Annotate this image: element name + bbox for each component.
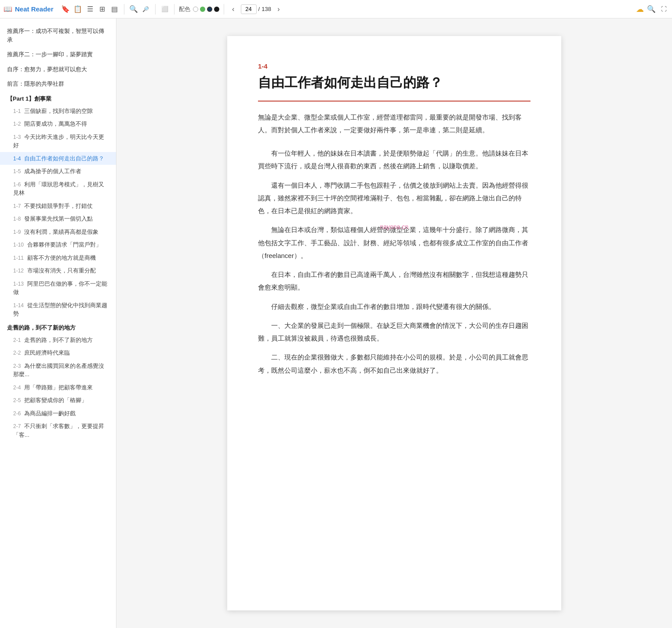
sidebar-num-2-1: 2-1 bbox=[13, 336, 21, 344]
sidebar-num-1-1: 1-1 bbox=[13, 107, 21, 115]
sidebar-num-2-6: 2-6 bbox=[13, 410, 21, 417]
chapter-title: 自由工作者如何走出自己的路？ bbox=[258, 73, 530, 92]
fit-page-icon[interactable]: ⬜ bbox=[160, 4, 170, 14]
sidebar-sub-2-5[interactable]: 2-5 把顧客變成你的「樁腳」 bbox=[0, 394, 116, 407]
sidebar-num-1-4: 1-4 bbox=[13, 155, 21, 163]
color-black[interactable] bbox=[214, 7, 219, 12]
sidebar-item-rec2[interactable]: 推薦序二：一步一腳印，築夢踏實 bbox=[0, 47, 116, 62]
fullscreen-icon[interactable]: ⛶ bbox=[659, 4, 668, 14]
sidebar-sub-1-9[interactable]: 1-9 沒有利潤，業績再高都是假象 bbox=[0, 225, 116, 239]
sidebar-num-1-9: 1-9 bbox=[13, 228, 21, 236]
chapter-tag: 1-4 bbox=[258, 62, 530, 70]
page-input[interactable]: 24 bbox=[241, 4, 257, 14]
sidebar-sub-2-7[interactable]: 2-7 不只衝刺「求客數」，更要提昇「客... bbox=[0, 420, 116, 441]
paragraph-5: 仔細去觀察，微型企業或自由工作者的數目增加，跟時代變遷有很大的關係。 bbox=[258, 300, 530, 313]
sidebar-sub-1-2[interactable]: 1-2 開店要成功，萬萬急不得 bbox=[0, 117, 116, 131]
copy-icon[interactable]: 📋 bbox=[73, 4, 83, 14]
chapter-summary: 無論是大企業、微型企業或個人工作室，經營道理都雷同，最重要的就是開發市場、找到客… bbox=[258, 111, 530, 136]
paragraph-4: 在日本，自由工作者的數目已高達兩千萬人，台灣雖然沒有相關數字，但我想這種趨勢只會… bbox=[258, 268, 530, 294]
page-paper: 1-4 自由工作者如何走出自己的路？ 無論是大企業、微型企業或個人工作室，經營道… bbox=[227, 36, 561, 610]
paragraph-2: 還有一個日本人，專門收購二手包包跟鞋子，估價之後放到網站上去賣。因為他經營得很認… bbox=[258, 179, 530, 218]
sidebar-sub-1-7[interactable]: 1-7 不要找錯競爭對手，打錯仗 bbox=[0, 200, 116, 213]
color-label: 配色 bbox=[179, 5, 190, 13]
sidebar-num-1-7: 1-7 bbox=[13, 202, 21, 210]
sidebar-num-1-13: 1-13 bbox=[13, 280, 24, 288]
sidebar-label-1-14: 從生活型態的變化中找到商業趨勢 bbox=[13, 302, 107, 317]
sidebar-label-1-9: 沒有利潤，業績再高都是假象 bbox=[24, 229, 98, 235]
sep2 bbox=[155, 4, 156, 15]
color-picker bbox=[193, 7, 219, 12]
sidebar-label-2-2: 庶民經濟時代來臨 bbox=[24, 349, 70, 356]
toolbar: 📖 Neat Reader 🔖 📋 ☰ ⊞ ▤ 🔍 🔎 ⬜ 配色 ‹ 24 / … bbox=[0, 0, 672, 18]
sidebar-sub-1-11[interactable]: 1-11 顧客不方便的地方就是商機 bbox=[0, 251, 116, 265]
sidebar-section-part1: 【Part 1】創事業 bbox=[0, 91, 116, 105]
page-content: 有一位年輕人，他的妹妹在日本讀書，於是便順勢做起「代購」的生意。他請妹妹在日本買… bbox=[258, 147, 530, 377]
sidebar-sub-1-14[interactable]: 1-14 從生活型態的變化中找到商業趨勢 bbox=[0, 299, 116, 320]
zoom-in-icon[interactable]: 🔎 bbox=[141, 4, 151, 14]
sidebar-num-2-7: 2-7 bbox=[13, 422, 21, 430]
grid-icon[interactable]: ⊞ bbox=[98, 4, 107, 14]
sidebar-num-1-6: 1-6 bbox=[13, 181, 21, 189]
brand: 📖 Neat Reader bbox=[4, 5, 54, 13]
paragraph-1: 有一位年輕人，他的妹妹在日本讀書，於是便順勢做起「代購」的生意。他請妹妹在日本買… bbox=[258, 147, 530, 173]
sidebar-item-rec1[interactable]: 推薦序一：成功不可複製，智慧可以傳承 bbox=[0, 24, 116, 47]
bookmark-icon[interactable]: 🔖 bbox=[61, 4, 70, 14]
sidebar-num-1-3: 1-3 bbox=[13, 133, 21, 141]
sidebar-label-1-13: 阿里巴巴在做的事，你不一定能做 bbox=[13, 280, 107, 296]
sidebar-sub-2-2[interactable]: 2-2 庶民經濟時代來臨 bbox=[0, 346, 116, 359]
sidebar-label-1-4: 自由工作者如何走出自己的路？ bbox=[24, 155, 104, 162]
sep3 bbox=[174, 4, 174, 15]
sidebar-sub-2-6[interactable]: 2-6 為商品編排一齣好戲 bbox=[0, 407, 116, 420]
sidebar-label-2-5: 把顧客變成你的「樁腳」 bbox=[24, 397, 87, 403]
sidebar-num-1-2: 1-2 bbox=[13, 120, 21, 128]
page-separator: / bbox=[258, 6, 260, 12]
sidebar-label-1-12: 市場沒有消失，只有重分配 bbox=[27, 267, 96, 274]
sidebar-sub-2-1[interactable]: 2-1 走舊的路，到不了新的地方 bbox=[0, 334, 116, 347]
app-title: Neat Reader bbox=[15, 5, 54, 13]
list-icon[interactable]: ▤ bbox=[110, 4, 120, 14]
search-icon[interactable]: 🔍 bbox=[647, 4, 656, 14]
sidebar-sub-1-6[interactable]: 1-6 利用「環狀思考模式」，見樹又見林 bbox=[0, 178, 116, 200]
sidebar-label-1-8: 發展事業先找第一個切入點 bbox=[24, 215, 93, 222]
color-navy[interactable] bbox=[207, 7, 212, 12]
sidebar: 推薦序一：成功不可複製，智慧可以傳承 推薦序二：一步一腳印，築夢踏實 自序：愈努… bbox=[0, 18, 116, 628]
sidebar-label-2-3: 為什麼出國買回來的名產感覺沒那麼... bbox=[13, 363, 104, 378]
sidebar-label-1-6: 利用「環狀思考模式」，見樹又見林 bbox=[13, 181, 104, 196]
sep4 bbox=[224, 4, 224, 15]
sidebar-item-preface[interactable]: 自序：愈努力，夢想就可以愈大 bbox=[0, 62, 116, 77]
sidebar-num-2-2: 2-2 bbox=[13, 349, 21, 357]
sidebar-sub-1-8[interactable]: 1-8 發展事業先找第一個切入點 bbox=[0, 212, 116, 225]
sidebar-sub-1-3[interactable]: 1-3 今天比昨天進步，明天比今天更好 bbox=[0, 131, 116, 152]
main-layout: 推薦序一：成功不可複製，智慧可以傳承 推薦序二：一步一腳印，築夢踏實 自序：愈努… bbox=[0, 18, 672, 628]
sidebar-sub-1-13[interactable]: 1-13 阿里巴巴在做的事，你不一定能做 bbox=[0, 277, 116, 299]
sidebar-num-2-4: 2-4 bbox=[13, 384, 21, 392]
sidebar-num-1-14: 1-14 bbox=[13, 301, 24, 309]
sidebar-section-part2: 走舊的路，到不了新的地方 bbox=[0, 320, 116, 334]
sidebar-item-intro[interactable]: 前言：隱形的共學社群 bbox=[0, 76, 116, 91]
sidebar-label-1-2: 開店要成功，萬萬急不得 bbox=[24, 120, 87, 127]
sidebar-sub-1-5[interactable]: 1-5 成為搶手的個人工作者 bbox=[0, 165, 116, 178]
page-indicator: 24 / 138 bbox=[241, 4, 271, 14]
sidebar-num-1-12: 1-12 bbox=[13, 267, 24, 275]
next-page-icon[interactable]: › bbox=[274, 4, 283, 14]
sidebar-label-1-3: 今天比昨天進步，明天比今天更好 bbox=[13, 134, 104, 149]
color-green[interactable] bbox=[200, 7, 205, 12]
sidebar-sub-2-4[interactable]: 2-4 用「帶路雞」把顧客帶進來 bbox=[0, 381, 116, 394]
sidebar-sub-1-12[interactable]: 1-12 市場沒有消失，只有重分配 bbox=[0, 264, 116, 277]
sidebar-num-1-8: 1-8 bbox=[13, 215, 21, 223]
sidebar-label-1-11: 顧客不方便的地方就是商機 bbox=[27, 254, 96, 261]
prev-page-icon[interactable]: ‹ bbox=[229, 4, 238, 14]
sidebar-sub-1-10[interactable]: 1-10 合夥夥伴要請求「門當戶對」 bbox=[0, 238, 116, 251]
sidebar-sub-2-3[interactable]: 2-3 為什麼出國買回來的名產感覺沒那麼... bbox=[0, 359, 116, 381]
content-area: 1-4 自由工作者如何走出自己的路？ 無論是大企業、微型企業或個人工作室，經營道… bbox=[116, 18, 672, 628]
sidebar-sub-1-4[interactable]: 1-4 自由工作者如何走出自己的路？ bbox=[0, 152, 116, 165]
sidebar-num-1-5: 1-5 bbox=[13, 167, 21, 175]
zoom-out-icon[interactable]: 🔍 bbox=[129, 4, 138, 14]
sidebar-sub-1-1[interactable]: 1-1 三個缺薪，找到市場的空隙 bbox=[0, 105, 116, 118]
cloud-icon[interactable]: ☁ bbox=[636, 4, 644, 14]
sidebar-num-1-11: 1-11 bbox=[13, 254, 24, 262]
sidebar-label-1-1: 三個缺薪，找到市場的空隙 bbox=[24, 108, 93, 114]
color-white[interactable] bbox=[193, 7, 198, 12]
sidebar-label-1-7: 不要找錯競爭對手，打錯仗 bbox=[24, 203, 93, 209]
menu-icon[interactable]: ☰ bbox=[85, 4, 95, 14]
